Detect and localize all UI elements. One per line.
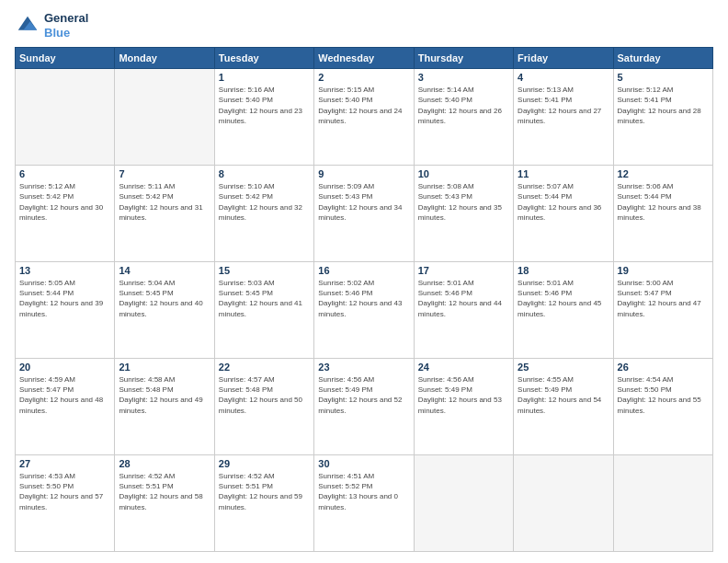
day-number: 26 <box>618 362 709 373</box>
calendar-cell: 11Sunrise: 5:07 AMSunset: 5:44 PMDayligh… <box>514 166 613 262</box>
day-info: Sunrise: 5:07 AMSunset: 5:44 PMDaylight:… <box>518 181 609 223</box>
calendar-cell <box>414 455 513 552</box>
day-number: 17 <box>418 265 509 276</box>
day-number: 23 <box>318 362 409 373</box>
calendar-cell: 14Sunrise: 5:04 AMSunset: 5:45 PMDayligh… <box>115 262 214 359</box>
weekday-header-monday: Monday <box>115 48 214 69</box>
day-info: Sunrise: 5:09 AMSunset: 5:43 PMDaylight:… <box>318 181 409 223</box>
logo-icon <box>15 13 40 39</box>
week-row-4: 20Sunrise: 4:59 AMSunset: 5:47 PMDayligh… <box>16 359 713 455</box>
day-number: 13 <box>19 265 110 276</box>
day-info: Sunrise: 5:04 AMSunset: 5:45 PMDaylight:… <box>119 278 210 319</box>
calendar-cell: 15Sunrise: 5:03 AMSunset: 5:45 PMDayligh… <box>214 262 313 359</box>
day-info: Sunrise: 5:02 AMSunset: 5:46 PMDaylight:… <box>318 278 409 319</box>
calendar-cell: 4Sunrise: 5:13 AMSunset: 5:41 PMDaylight… <box>514 69 613 166</box>
day-number: 8 <box>219 168 310 179</box>
day-info: Sunrise: 4:56 AMSunset: 5:49 PMDaylight:… <box>318 374 409 416</box>
day-number: 2 <box>318 72 409 83</box>
calendar-cell: 23Sunrise: 4:56 AMSunset: 5:49 PMDayligh… <box>314 359 414 455</box>
calendar-cell: 17Sunrise: 5:01 AMSunset: 5:46 PMDayligh… <box>414 262 513 359</box>
page: General Blue SundayMondayTuesdayWednesda… <box>0 0 728 563</box>
week-row-1: 1Sunrise: 5:16 AMSunset: 5:40 PMDaylight… <box>16 69 713 166</box>
calendar-cell: 3Sunrise: 5:14 AMSunset: 5:40 PMDaylight… <box>414 69 513 166</box>
day-number: 11 <box>518 168 609 179</box>
calendar-cell: 12Sunrise: 5:06 AMSunset: 5:44 PMDayligh… <box>613 166 712 262</box>
calendar-cell: 19Sunrise: 5:00 AMSunset: 5:47 PMDayligh… <box>613 262 712 359</box>
day-number: 4 <box>518 72 609 83</box>
calendar-cell <box>514 455 613 552</box>
weekday-header-tuesday: Tuesday <box>214 48 313 69</box>
day-number: 12 <box>618 168 709 179</box>
calendar-cell: 7Sunrise: 5:11 AMSunset: 5:42 PMDaylight… <box>115 166 214 262</box>
calendar-cell: 24Sunrise: 4:56 AMSunset: 5:49 PMDayligh… <box>414 359 513 455</box>
day-number: 3 <box>418 72 509 83</box>
day-info: Sunrise: 5:11 AMSunset: 5:42 PMDaylight:… <box>119 181 210 223</box>
calendar-cell <box>16 69 115 166</box>
calendar-cell: 26Sunrise: 4:54 AMSunset: 5:50 PMDayligh… <box>613 359 712 455</box>
weekday-header-thursday: Thursday <box>414 48 513 69</box>
day-info: Sunrise: 4:54 AMSunset: 5:50 PMDaylight:… <box>618 374 709 416</box>
calendar-cell: 13Sunrise: 5:05 AMSunset: 5:44 PMDayligh… <box>16 262 115 359</box>
day-info: Sunrise: 5:14 AMSunset: 5:40 PMDaylight:… <box>418 85 509 126</box>
day-number: 22 <box>219 362 310 373</box>
day-number: 16 <box>318 265 409 276</box>
day-info: Sunrise: 5:01 AMSunset: 5:46 PMDaylight:… <box>518 278 609 319</box>
day-number: 28 <box>119 458 210 469</box>
day-number: 18 <box>518 265 609 276</box>
day-number: 6 <box>19 168 110 179</box>
calendar-cell: 28Sunrise: 4:52 AMSunset: 5:51 PMDayligh… <box>115 455 214 552</box>
day-info: Sunrise: 4:52 AMSunset: 5:51 PMDaylight:… <box>119 471 210 512</box>
calendar-cell: 5Sunrise: 5:12 AMSunset: 5:41 PMDaylight… <box>613 69 712 166</box>
day-info: Sunrise: 5:10 AMSunset: 5:42 PMDaylight:… <box>219 181 310 223</box>
calendar-cell: 30Sunrise: 4:51 AMSunset: 5:52 PMDayligh… <box>314 455 414 552</box>
calendar-cell: 21Sunrise: 4:58 AMSunset: 5:48 PMDayligh… <box>115 359 214 455</box>
day-number: 1 <box>219 72 310 83</box>
day-info: Sunrise: 5:06 AMSunset: 5:44 PMDaylight:… <box>618 181 709 223</box>
day-number: 14 <box>119 265 210 276</box>
header: General Blue <box>15 11 713 40</box>
day-number: 20 <box>19 362 110 373</box>
day-number: 27 <box>19 458 110 469</box>
weekday-header-sunday: Sunday <box>16 48 115 69</box>
day-info: Sunrise: 5:00 AMSunset: 5:47 PMDaylight:… <box>618 278 709 319</box>
day-info: Sunrise: 4:53 AMSunset: 5:50 PMDaylight:… <box>19 471 110 512</box>
calendar-cell: 29Sunrise: 4:52 AMSunset: 5:51 PMDayligh… <box>214 455 313 552</box>
calendar-cell: 2Sunrise: 5:15 AMSunset: 5:40 PMDaylight… <box>314 69 414 166</box>
day-number: 24 <box>418 362 509 373</box>
weekday-header-saturday: Saturday <box>613 48 712 69</box>
day-info: Sunrise: 5:03 AMSunset: 5:45 PMDaylight:… <box>219 278 310 319</box>
day-number: 15 <box>219 265 310 276</box>
day-info: Sunrise: 4:59 AMSunset: 5:47 PMDaylight:… <box>19 374 110 416</box>
calendar-cell: 9Sunrise: 5:09 AMSunset: 5:43 PMDaylight… <box>314 166 414 262</box>
calendar-cell <box>115 69 214 166</box>
calendar-table: SundayMondayTuesdayWednesdayThursdayFrid… <box>15 47 713 552</box>
day-info: Sunrise: 5:12 AMSunset: 5:41 PMDaylight:… <box>618 85 709 126</box>
week-row-5: 27Sunrise: 4:53 AMSunset: 5:50 PMDayligh… <box>16 455 713 552</box>
day-number: 21 <box>119 362 210 373</box>
day-info: Sunrise: 5:05 AMSunset: 5:44 PMDaylight:… <box>19 278 110 319</box>
calendar-cell: 25Sunrise: 4:55 AMSunset: 5:49 PMDayligh… <box>514 359 613 455</box>
weekday-header-wednesday: Wednesday <box>314 48 414 69</box>
day-info: Sunrise: 5:13 AMSunset: 5:41 PMDaylight:… <box>518 85 609 126</box>
day-info: Sunrise: 4:55 AMSunset: 5:49 PMDaylight:… <box>518 374 609 416</box>
calendar-cell: 18Sunrise: 5:01 AMSunset: 5:46 PMDayligh… <box>514 262 613 359</box>
day-info: Sunrise: 5:15 AMSunset: 5:40 PMDaylight:… <box>318 85 409 126</box>
day-number: 9 <box>318 168 409 179</box>
day-number: 10 <box>418 168 509 179</box>
day-number: 5 <box>618 72 709 83</box>
week-row-3: 13Sunrise: 5:05 AMSunset: 5:44 PMDayligh… <box>16 262 713 359</box>
day-info: Sunrise: 5:16 AMSunset: 5:40 PMDaylight:… <box>219 85 310 126</box>
day-info: Sunrise: 5:08 AMSunset: 5:43 PMDaylight:… <box>418 181 509 223</box>
calendar-cell: 6Sunrise: 5:12 AMSunset: 5:42 PMDaylight… <box>16 166 115 262</box>
calendar-cell: 16Sunrise: 5:02 AMSunset: 5:46 PMDayligh… <box>314 262 414 359</box>
day-number: 19 <box>618 265 709 276</box>
day-info: Sunrise: 4:56 AMSunset: 5:49 PMDaylight:… <box>418 374 509 416</box>
day-number: 25 <box>518 362 609 373</box>
calendar-cell <box>613 455 712 552</box>
calendar-cell: 22Sunrise: 4:57 AMSunset: 5:48 PMDayligh… <box>214 359 313 455</box>
logo: General Blue <box>15 11 88 40</box>
day-info: Sunrise: 5:12 AMSunset: 5:42 PMDaylight:… <box>19 181 110 223</box>
day-info: Sunrise: 5:01 AMSunset: 5:46 PMDaylight:… <box>418 278 509 319</box>
calendar-cell: 10Sunrise: 5:08 AMSunset: 5:43 PMDayligh… <box>414 166 513 262</box>
day-number: 7 <box>119 168 210 179</box>
